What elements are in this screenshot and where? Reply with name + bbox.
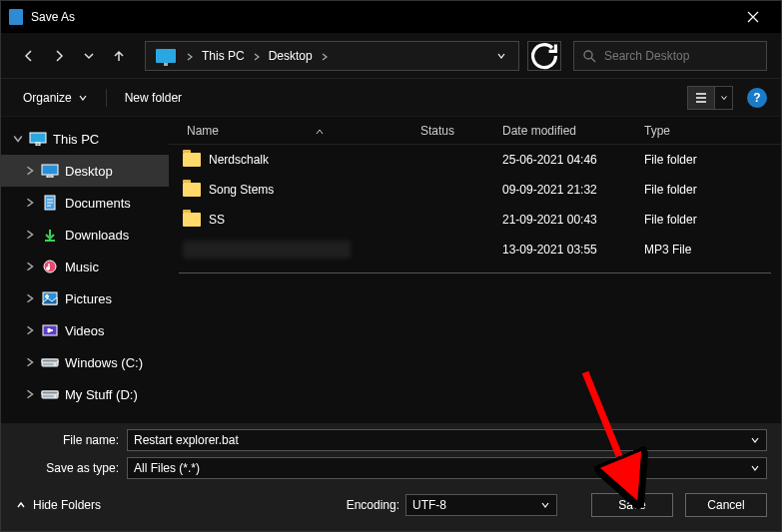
navbar: This PC Desktop Search Desktop xyxy=(1,33,781,79)
file-date: 13-09-2021 03:55 xyxy=(502,243,644,257)
svg-point-9 xyxy=(46,295,49,298)
tree-item-downloads[interactable]: Downloads xyxy=(1,219,169,251)
tree-item-desktop[interactable]: Desktop xyxy=(1,155,169,187)
expand-icon[interactable] xyxy=(13,134,23,144)
svg-rect-2 xyxy=(36,143,40,146)
history-dropdown[interactable] xyxy=(75,42,103,70)
crumb-this-pc[interactable]: This PC xyxy=(198,49,249,63)
drive-icon xyxy=(41,355,59,369)
file-list: Nerdschalk25-06-2021 04:46File folderSon… xyxy=(169,145,781,423)
tree-item-videos[interactable]: Videos xyxy=(1,314,169,346)
tree-item-label: This PC xyxy=(53,132,99,147)
folder-icon xyxy=(183,213,201,227)
chevron-right-icon[interactable] xyxy=(182,47,198,65)
file-name: Nerdschalk xyxy=(209,153,269,167)
close-icon xyxy=(747,11,759,23)
col-date[interactable]: Date modified xyxy=(502,124,644,138)
file-type: File folder xyxy=(644,213,781,227)
organize-button[interactable]: Organize xyxy=(15,87,96,109)
svg-point-13 xyxy=(54,363,56,365)
col-status[interactable]: Status xyxy=(420,124,502,138)
file-row[interactable]: Song Stems09-09-2021 21:32File folder xyxy=(169,175,781,205)
desktop-icon xyxy=(41,164,59,178)
save-button[interactable]: Save xyxy=(591,493,673,517)
tree-item-drive[interactable]: Windows (C:) xyxy=(1,346,169,378)
file-date: 09-09-2021 21:32 xyxy=(502,183,644,197)
expand-icon[interactable] xyxy=(25,166,35,176)
footer: Hide Folders Encoding: UTF-8 Save Cancel xyxy=(1,481,781,531)
file-type: File folder xyxy=(644,153,781,167)
window-title: Save As xyxy=(31,10,75,24)
view-dropdown[interactable] xyxy=(715,86,733,110)
svg-point-6 xyxy=(44,261,56,272)
svg-point-0 xyxy=(584,51,592,59)
file-row[interactable]: Nerdschalk25-06-2021 04:46File folder xyxy=(169,145,781,175)
tree-item-documents[interactable]: Documents xyxy=(1,187,169,219)
file-name: Song Stems xyxy=(209,183,274,197)
downloads-icon xyxy=(41,228,59,242)
expand-icon[interactable] xyxy=(25,198,35,208)
col-name[interactable]: Name xyxy=(169,124,420,138)
music-icon xyxy=(41,260,59,273)
file-row[interactable]: 13-09-2021 03:55MP3 File xyxy=(169,235,781,265)
toolbar: Organize New folder ? xyxy=(1,79,781,117)
new-folder-button[interactable]: New folder xyxy=(117,87,190,109)
chevron-right-icon[interactable] xyxy=(249,47,265,65)
close-button[interactable] xyxy=(733,1,773,33)
titlebar: Save As xyxy=(1,1,781,33)
videos-icon xyxy=(41,323,59,337)
cancel-button[interactable]: Cancel xyxy=(685,493,767,517)
tree-item-label: Downloads xyxy=(65,228,129,243)
chevron-down-icon xyxy=(750,435,760,445)
tree-item-pc[interactable]: This PC xyxy=(1,123,169,155)
savetype-select[interactable]: All Files (*.*) xyxy=(127,457,767,479)
expand-icon[interactable] xyxy=(25,357,35,367)
list-view-icon xyxy=(694,91,708,105)
pc-icon xyxy=(29,132,47,146)
search-icon xyxy=(582,49,596,63)
document-icon xyxy=(9,9,23,25)
file-date: 25-06-2021 04:46 xyxy=(502,153,644,167)
col-type[interactable]: Type xyxy=(644,124,781,138)
chevron-right-icon[interactable] xyxy=(317,47,333,65)
expand-icon[interactable] xyxy=(25,230,35,240)
tree-item-pictures[interactable]: Pictures xyxy=(1,282,169,314)
tree-item-label: Windows (C:) xyxy=(65,355,143,370)
expand-icon[interactable] xyxy=(25,293,35,303)
encoding-select[interactable]: UTF-8 xyxy=(405,494,557,516)
search-input[interactable]: Search Desktop xyxy=(573,41,767,71)
column-headers: Name Status Date modified Type xyxy=(169,117,781,145)
hide-folders-button[interactable]: Hide Folders xyxy=(15,498,101,512)
filename-label: File name: xyxy=(15,433,127,447)
up-button[interactable] xyxy=(105,42,133,70)
svg-rect-4 xyxy=(47,176,53,178)
arrow-left-icon xyxy=(22,49,36,63)
file-pane: Name Status Date modified Type Nerdschal… xyxy=(169,117,781,423)
filename-input[interactable]: Restart explorer.bat xyxy=(127,429,767,451)
file-name: SS xyxy=(209,213,225,227)
search-placeholder: Search Desktop xyxy=(604,49,689,63)
back-button[interactable] xyxy=(15,42,43,70)
nav-tree: This PCDesktopDocumentsDownloadsMusicPic… xyxy=(1,117,169,423)
breadcrumb-dropdown[interactable] xyxy=(488,47,514,65)
svg-rect-1 xyxy=(30,133,46,143)
tree-item-drive[interactable]: My Stuff (D:) xyxy=(1,378,169,410)
view-button[interactable] xyxy=(687,86,715,110)
breadcrumb[interactable]: This PC Desktop xyxy=(145,41,519,71)
pictures-icon xyxy=(41,291,59,305)
arrow-right-icon xyxy=(52,49,66,63)
help-button[interactable]: ? xyxy=(747,88,767,108)
svg-point-7 xyxy=(47,267,50,270)
forward-button[interactable] xyxy=(45,42,73,70)
refresh-button[interactable] xyxy=(527,41,561,71)
save-form: File name: Restart explorer.bat Save as … xyxy=(1,423,781,481)
crumb-desktop[interactable]: Desktop xyxy=(265,49,317,63)
file-row[interactable]: SS21-09-2021 00:43File folder xyxy=(169,205,781,235)
expand-icon[interactable] xyxy=(25,389,35,399)
tree-item-label: Videos xyxy=(65,323,105,338)
expand-icon[interactable] xyxy=(25,262,35,271)
tree-item-label: Music xyxy=(65,260,99,274)
chevron-down-icon xyxy=(78,93,88,103)
expand-icon[interactable] xyxy=(25,325,35,335)
tree-item-music[interactable]: Music xyxy=(1,251,169,282)
